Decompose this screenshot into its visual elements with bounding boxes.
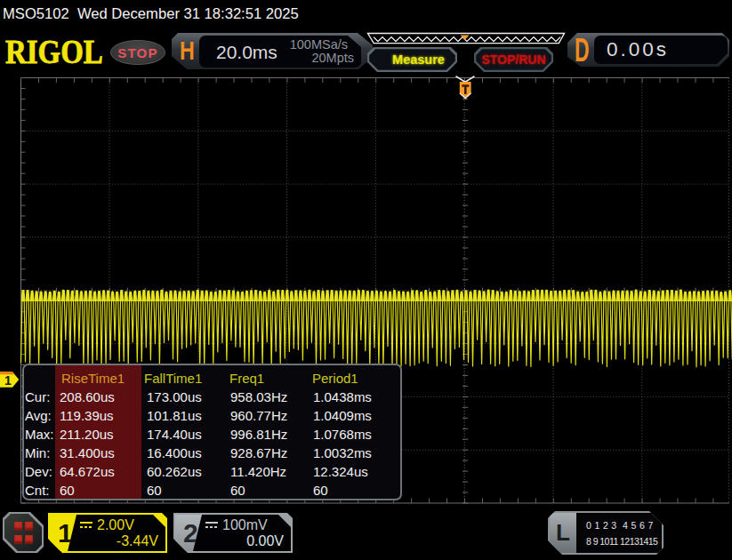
svg-text:1: 1 — [4, 373, 12, 388]
